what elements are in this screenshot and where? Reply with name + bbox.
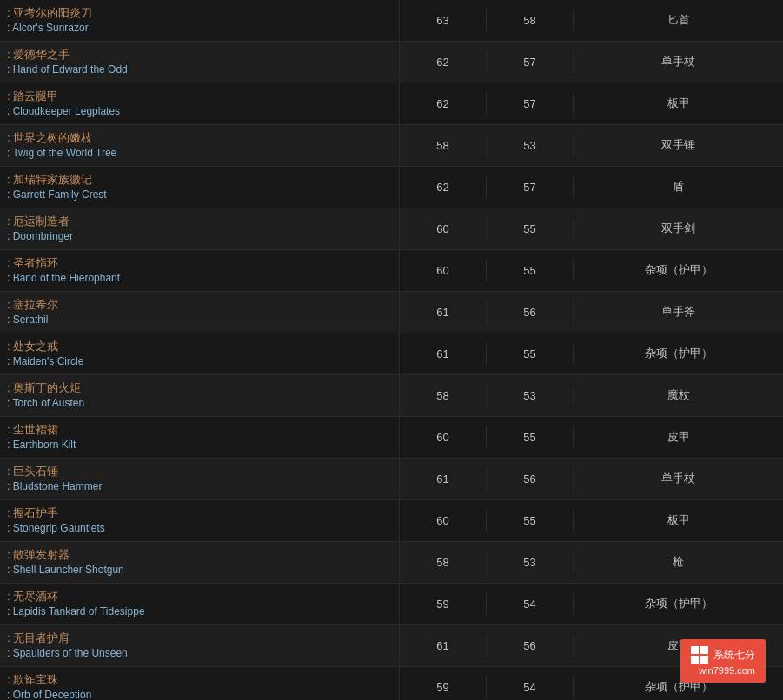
item-level1: 58: [400, 551, 487, 574]
table-row[interactable]: : 无目者护肩 : Spaulders of the Unseen 61 56 …: [0, 625, 783, 667]
item-english-name: : Bludstone Hammer: [7, 479, 392, 494]
table-row[interactable]: : 圣者指环 : Band of the Hierophant 60 55 杂项…: [0, 250, 783, 292]
table-row[interactable]: : 爱德华之手 : Hand of Edward the Odd 62 57 单…: [0, 42, 783, 83]
item-level2: 55: [487, 217, 574, 241]
table-row[interactable]: : 欺诈宝珠 : Orb of Deception 59 54 杂项（护甲）: [0, 667, 783, 700]
watermark-content: 系统七分: [691, 646, 755, 664]
item-name-col: : 爱德华之手 : Hand of Edward the Odd: [0, 42, 400, 83]
item-level1: 62: [400, 92, 487, 116]
item-level2: 53: [487, 134, 574, 157]
item-chinese-name: : 握石护手: [7, 505, 392, 521]
table-row[interactable]: : 世界之树的嫩枝 : Twig of the World Tree 58 53…: [0, 125, 783, 167]
item-type: 匕首: [574, 7, 783, 33]
item-chinese-name: : 散弹发射器: [7, 547, 392, 563]
item-name-col: : 尘世褶裙 : Earthborn Kilt: [0, 417, 400, 458]
item-english-name: : Lapidis Tankard of Tidesippe: [7, 604, 392, 619]
item-type: 枪: [574, 549, 783, 575]
item-level2: 53: [487, 551, 574, 574]
item-level2: 54: [487, 676, 574, 699]
item-level1: 61: [400, 634, 487, 657]
item-level1: 61: [400, 342, 487, 366]
item-name-col: : 厄运制造者 : Doombringer: [0, 208, 400, 249]
item-type: 杂项（护甲）: [574, 340, 783, 367]
item-name-col: : 亚考尔的阳炎刀 : Alcor's Sunrazor: [0, 0, 400, 41]
table-row[interactable]: : 无尽酒杯 : Lapidis Tankard of Tidesippe 59…: [0, 584, 783, 625]
table-row[interactable]: : 握石护手 : Stonegrip Gauntlets 60 55 板甲: [0, 500, 783, 542]
item-english-name: : Earthborn Kilt: [7, 438, 392, 452]
item-name-col: : 世界之树的嫩枝 : Twig of the World Tree: [0, 125, 400, 166]
item-type: 杂项（护甲）: [574, 591, 783, 617]
windows-logo-icon: [691, 646, 708, 664]
table-row[interactable]: : 散弹发射器 : Shell Launcher Shotgun 58 53 枪: [0, 542, 783, 584]
item-name-col: : 踏云腿甲 : Cloudkeeper Legplates: [0, 83, 400, 124]
item-level1: 61: [400, 467, 487, 491]
table-row[interactable]: : 处女之戒 : Maiden's Circle 61 55 杂项（护甲）: [0, 333, 783, 375]
item-level2: 56: [487, 634, 574, 657]
item-level1: 62: [400, 50, 487, 74]
item-type: 魔杖: [574, 382, 783, 408]
item-chinese-name: : 厄运制造者: [7, 214, 392, 229]
item-chinese-name: : 圣者指环: [7, 255, 392, 271]
item-chinese-name: : 亚考尔的阳炎刀: [7, 5, 392, 21]
item-english-name: : Doombringer: [7, 229, 392, 244]
table-row[interactable]: : 亚考尔的阳炎刀 : Alcor's Sunrazor 63 58 匕首: [0, 0, 783, 42]
table-row[interactable]: : 尘世褶裙 : Earthborn Kilt 60 55 皮甲: [0, 417, 783, 459]
item-level1: 60: [400, 426, 487, 449]
table-row[interactable]: : 塞拉希尔 : Serathil 61 56 单手斧: [0, 292, 783, 333]
item-level1: 61: [400, 300, 487, 324]
item-english-name: : Garrett Family Crest: [7, 188, 392, 202]
item-type: 板甲: [574, 507, 783, 533]
item-chinese-name: : 世界之树的嫩枝: [7, 130, 392, 146]
item-chinese-name: : 无目者护肩: [7, 631, 392, 646]
table-row[interactable]: : 奥斯丁的火炬 : Torch of Austen 58 53 魔杖: [0, 375, 783, 417]
item-level2: 55: [487, 259, 574, 282]
item-name-col: : 无目者护肩 : Spaulders of the Unseen: [0, 625, 400, 666]
table-row[interactable]: : 厄运制造者 : Doombringer 60 55 双手剑: [0, 208, 783, 250]
item-type: 板甲: [574, 90, 783, 116]
item-english-name: : Alcor's Sunrazor: [7, 21, 392, 36]
item-chinese-name: : 加瑞特家族徽记: [7, 172, 392, 188]
item-chinese-name: : 无尽酒杯: [7, 589, 392, 604]
item-name-col: : 塞拉希尔 : Serathil: [0, 292, 400, 333]
item-table: : 亚考尔的阳炎刀 : Alcor's Sunrazor 63 58 匕首 : …: [0, 0, 783, 700]
item-level1: 59: [400, 592, 487, 616]
item-type: 杂项（护甲）: [574, 257, 783, 283]
item-level2: 57: [487, 92, 574, 116]
item-english-name: : Spaulders of the Unseen: [7, 646, 392, 661]
item-level2: 57: [487, 50, 574, 74]
item-type: 单手杖: [574, 466, 783, 492]
item-type: 单手斧: [574, 299, 783, 325]
item-chinese-name: : 欺诈宝珠: [7, 672, 392, 688]
item-level2: 55: [487, 426, 574, 449]
item-chinese-name: : 爱德华之手: [7, 47, 392, 63]
item-type: 双手锤: [574, 132, 783, 158]
item-name-col: : 处女之戒 : Maiden's Circle: [0, 333, 400, 374]
item-level1: 58: [400, 384, 487, 407]
item-english-name: : Stonegrip Gauntlets: [7, 521, 392, 536]
table-row[interactable]: : 踏云腿甲 : Cloudkeeper Legplates 62 57 板甲: [0, 83, 783, 125]
table-row[interactable]: : 加瑞特家族徽记 : Garrett Family Crest 62 57 盾: [0, 167, 783, 208]
item-level2: 53: [487, 384, 574, 407]
item-level2: 58: [487, 9, 574, 32]
item-english-name: : Maiden's Circle: [7, 354, 392, 369]
item-name-col: : 散弹发射器 : Shell Launcher Shotgun: [0, 542, 400, 583]
item-name-col: : 加瑞特家族徽记 : Garrett Family Crest: [0, 167, 400, 208]
item-chinese-name: : 处女之戒: [7, 339, 392, 354]
item-type: 盾: [574, 174, 783, 200]
watermark-site: win7999.com: [691, 665, 755, 676]
item-level2: 54: [487, 592, 574, 616]
item-level1: 59: [400, 676, 487, 699]
item-level2: 56: [487, 467, 574, 491]
table-row[interactable]: : 巨头石锤 : Bludstone Hammer 61 56 单手杖: [0, 459, 783, 500]
item-level1: 63: [400, 9, 487, 32]
item-name-col: : 握石护手 : Stonegrip Gauntlets: [0, 500, 400, 541]
item-english-name: : Orb of Deception: [7, 688, 392, 700]
item-level1: 60: [400, 217, 487, 241]
item-type: 单手杖: [574, 49, 783, 75]
item-level2: 55: [487, 509, 574, 532]
item-name-col: : 巨头石锤 : Bludstone Hammer: [0, 459, 400, 499]
item-english-name: : Serathil: [7, 313, 392, 327]
item-chinese-name: : 踏云腿甲: [7, 89, 392, 104]
item-english-name: : Shell Launcher Shotgun: [7, 563, 392, 578]
item-english-name: : Band of the Hierophant: [7, 271, 392, 286]
